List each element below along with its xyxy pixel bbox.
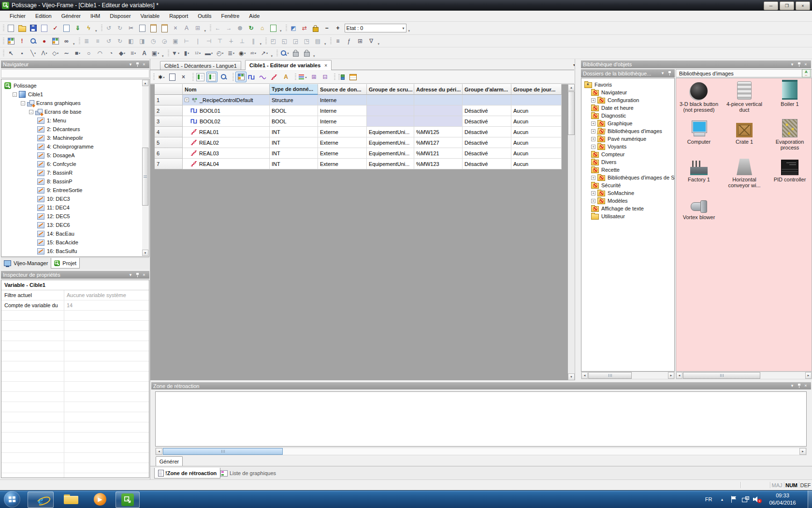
switch-tool-dropdown-icon[interactable]: ▾ [188,51,189,55]
library-image-factory-1[interactable]: Factory 1 [676,156,722,194]
navigator-pin-icon[interactable] [134,61,141,68]
toolbar-overflow-icon[interactable]: ▾ [204,29,206,33]
tree-item-2-d-canteurs[interactable]: 2: Décanteurs [2,125,149,134]
library-folder-somachine[interactable]: +SoMachine [583,189,674,197]
alarm-group-cell[interactable]: Désactivé [463,116,511,127]
menu-variable[interactable]: Variable [136,11,165,21]
grid-mode-button[interactable] [235,72,246,82]
record-macro-button[interactable]: ● [39,36,49,46]
label-editor-button[interactable]: ⊞ [355,36,365,46]
dial-tool-dropdown-icon[interactable]: ▾ [244,51,246,55]
library-image-pid-controller[interactable]: PID controller [767,156,812,194]
name-cell[interactable]: REAL02 [183,137,270,148]
feedback-window-button[interactable]: ! [17,36,27,46]
expander-icon[interactable]: - [21,101,25,105]
tree-item-9-entreesortie[interactable]: 9: EntreeSortie [2,186,149,194]
delete-button[interactable]: × [171,23,181,33]
toolbar-overflow-icon[interactable]: ▾ [162,54,164,58]
name-cell[interactable]: REAL01 [183,127,270,137]
navigator-scrollbar[interactable]: ▲ ▼ [142,80,148,256]
align-bottom-button[interactable]: ⊥ [237,36,247,46]
new-variable-button[interactable]: ∗▾ [156,72,166,82]
library-image-boiler-1[interactable]: Boiler 1 [767,80,812,118]
library-folders-hscrollbar[interactable]: ◄ ► [581,372,675,379]
log-group-cell[interactable] [511,95,562,105]
library-image-computer[interactable]: Computer [676,118,722,156]
taskbar-media-player[interactable]: ▶ [87,492,113,507]
import-variables-button[interactable]: ⇓ [72,23,83,33]
library-folders-menu-icon[interactable]: ▾ [659,70,666,76]
scroll-left-icon[interactable]: ◄ [581,372,588,379]
inspector-close-icon[interactable]: × [141,272,147,278]
paste-special-button[interactable] [160,23,170,33]
menu-rapport[interactable]: Rapport [164,11,193,21]
toolbar-overflow-icon[interactable]: ▾ [260,42,262,46]
column-header-row-number[interactable] [155,84,183,95]
multiline-tool-dropdown-icon[interactable]: ▾ [134,51,136,55]
tab-vijeo-manager[interactable]: Vijeo-Manager [1,258,51,269]
source-cell[interactable]: Externe [318,127,367,137]
toolbar-overflow-icon[interactable]: ▾ [280,29,282,33]
dial-tool-button[interactable]: ◉▾ [237,48,247,58]
rectangle-tool-button[interactable]: ■▾ [72,48,83,58]
move-forward-button[interactable]: ≣ [82,36,92,46]
tree-item-7-bassinr[interactable]: 7: BassinR [2,168,149,177]
action-center-flag-icon[interactable] [730,492,738,507]
library-folder-graphique[interactable]: +Graphique [583,120,674,127]
library-folder-favoris[interactable]: Favoris [583,81,674,89]
library-folder-pav-num-rique[interactable]: +Pavé numérique [583,135,674,143]
taskbar-file-explorer[interactable] [58,492,84,507]
library-pin-icon[interactable] [796,61,802,68]
validate-project-button[interactable]: ✓ [50,23,60,33]
library-image-crate-1[interactable]: Crate 1 [722,118,767,156]
scan-group-cell[interactable]: EquipementUni... [367,148,414,159]
flip-vertical-button[interactable]: ◨ [137,36,147,46]
pushbutton-tool-button[interactable]: ▬▾ [204,48,214,58]
multiline-tool-button[interactable]: ≡▾ [128,48,138,58]
volume-muted-icon[interactable]: × [752,492,763,507]
tree-item-8-bassinp[interactable]: 8: BassinP [2,177,149,186]
toolbar-overflow-icon[interactable]: ▾ [378,42,380,46]
feedback-pin-icon[interactable] [796,383,802,389]
image-tool-button[interactable]: ▣▾ [150,48,160,58]
message-display-tool-button[interactable]: ab▾ [248,48,259,58]
state-combo[interactable]: Etat : 0▾ [345,24,406,32]
library-image-evaporation-process[interactable]: Evaporation process [767,118,812,156]
object-list-button[interactable]: ≡ [333,36,343,46]
align-left-button[interactable]: ⊢ [182,36,192,46]
expander-icon[interactable]: + [591,98,595,103]
align-top-button[interactable]: ⊤ [215,36,225,46]
navigate-forward-button[interactable]: → [224,23,234,33]
name-cell[interactable]: REAL04 [183,159,270,169]
select-tool-button[interactable]: ↖ [6,48,16,58]
sort-images-icon[interactable]: A↔ [802,69,811,77]
feedback-menu-icon[interactable]: ▾ [789,383,796,389]
log-group-cell[interactable]: Aucun [511,159,562,169]
print-preview-button[interactable] [28,36,38,46]
log-group-cell[interactable]: Aucun [511,137,562,148]
redo-button[interactable]: ↻ [115,23,125,33]
alarm-group-cell[interactable]: Désactivé [463,159,511,169]
library-close-icon[interactable]: × [802,61,809,68]
scan-group-cell[interactable]: EquipementUni... [367,127,414,137]
home-screen-button[interactable]: ⌂ [257,23,267,33]
expand-icon[interactable]: + [185,98,189,102]
polygon-tool-button[interactable]: ◇▾ [50,48,60,58]
pie-tool-button[interactable]: ◔ [106,48,116,58]
zoom-out-button[interactable]: − [322,23,332,33]
tree-item-10-dec3[interactable]: 10: DEC3 [2,194,149,203]
expander-icon[interactable]: + [591,129,595,134]
tree-item-ecrans-graphiques[interactable]: -Ecrans graphiques [2,99,149,107]
scroll-right-icon[interactable]: ► [799,448,806,455]
duplicate-variable-button[interactable] [167,72,177,82]
vijeo-app-icon[interactable] [2,2,9,9]
state-combo-dropdown-icon[interactable]: ▾ [403,26,405,30]
curve-tool-button[interactable]: ∼ [61,48,72,58]
expander-icon[interactable]: + [591,121,595,126]
type-cell[interactable]: BOOL [270,116,318,127]
tree-item-3-machinepolir[interactable]: 3: Machinepolir [2,134,149,142]
scroll-down-icon[interactable]: ▼ [568,374,575,380]
library-folder-affichage-de-texte[interactable]: Affichage de texte [583,205,674,212]
column-header-type-de-donn[interactable]: Type de donné... [270,84,318,95]
column-header-adresse-du-p-ri[interactable]: Adresse du péri... [414,84,463,95]
